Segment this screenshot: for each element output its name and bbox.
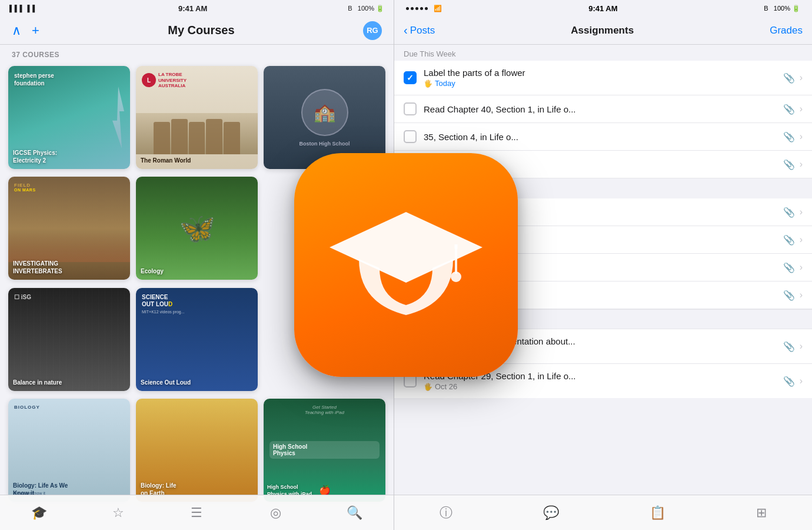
search-icon: 🔍 [347,505,362,521]
assignment-actions-label-flower: 📎 › [783,72,803,84]
course-card-field[interactable]: FIELD ON MARS INVESTIGATINGINVERTEBRATES [8,177,130,280]
attachment-icon-10: 📎 [783,376,795,387]
chevron-right-icon-10: › [800,376,803,386]
back-chevron-icon: ‹ [404,24,408,37]
assignment-content-section4: 35, Section 4, in Life o... [424,132,776,142]
attachment-icon-7: 📎 [783,262,795,273]
assignment-actions-pollen: 📎 › [783,262,803,273]
assignment-read-ch40[interactable]: Read Chapter 40, Section 1, in Life o...… [394,95,812,123]
chevron-right-icon-5: › [800,207,803,217]
chevron-right-icon-8: › [800,290,803,300]
browse-icon: ◎ [270,505,281,521]
chevron-right-icon-7: › [800,262,803,273]
right-battery: B 100% 🔋 [764,5,800,12]
checkbox-section4[interactable] [404,130,417,143]
attachment-icon-9: 📎 [783,341,795,352]
course-card-latrobe[interactable]: L LA TROBEUNIVERSITYAUSTRALIA The Roman … [136,66,258,169]
attachment-icon-5: 📎 [783,207,795,218]
svg-point-2 [451,271,461,282]
add-button[interactable]: + [32,23,39,38]
assignment-title-section4: 35, Section 4, in Life o... [424,132,776,142]
assignment-actions-predator: 📎 › [783,290,803,301]
course-label-isg: Balance in nature [13,379,125,386]
right-time: 9:41 AM [588,4,617,13]
assignment-meta-chapter29: 🖐 Oct 26 [424,382,776,391]
checkbox-read-ch40[interactable] [404,102,417,115]
assignment-title-label-flower: Label the parts of a flower [424,68,776,78]
attachment-icon-3: 📎 [783,131,795,143]
left-status-bar: ▌▌▌ ▌▌ 9:41 AM B 100% 🔋 [0,0,394,16]
courses-count: 37 COURSES [0,45,394,62]
hand-icon-ch29: 🖐 [424,383,432,391]
assignment-date-label-flower: Today [435,79,455,88]
attachment-icon-4: 📎 [783,159,795,170]
assignment-date-chapter29: Oct 26 [435,382,457,391]
attachment-icon: 📎 [783,72,795,84]
assignment-label-flower[interactable]: Label the parts of a flower 🖐 Today 📎 › [394,61,812,95]
courses-icon: 🎓 [31,505,47,521]
tab-grid[interactable]: ⊞ [756,505,767,521]
chevron-right-icon-2: › [800,104,803,114]
right-nav-bar: ‹ Posts Assignments Grades [394,16,812,45]
assignment-actions-section4: 📎 › [783,131,803,143]
dots-signal: 📶 [406,3,442,14]
chevron-right-icon-6: › [800,234,803,245]
tab-chat[interactable]: 💬 [543,505,559,521]
grades-button[interactable]: Grades [770,25,803,37]
course-card-biology-earth[interactable]: Biology: Lifeon Earth [136,399,258,502]
svg-marker-0 [330,212,482,283]
back-label: Posts [410,25,435,37]
assignment-actions-read-ch40: 📎 › [783,104,803,115]
course-card-science[interactable]: SCIENCEOUT LOUD MIT+K12 videos prog... S… [136,288,258,391]
assignments-title: Assignments [571,25,634,37]
left-nav-bar: ∧ + My Courses RG [0,16,394,45]
course-card-biology-life[interactable]: BIOLOGY life as we know it Biology: Life… [8,399,130,502]
tab-info[interactable]: ⓘ [440,504,452,522]
right-status-bar: 📶 9:41 AM B 100% 🔋 [394,0,812,16]
checkbox-label-flower[interactable] [404,71,417,84]
assignment-actions-chapter29: 📎 › [783,376,803,387]
chevron-right-icon-3: › [800,131,803,142]
left-tab-bar: 🎓 ☆ ☰ ◎ 🔍 [0,495,394,530]
assignment-title-read-ch40: Read Chapter 40, Section 1, in Life o... [424,104,776,114]
assignment-actions-collection: 📎 › [783,207,803,218]
tab-browse[interactable]: ◎ [258,505,293,521]
favorites-icon: ☆ [112,505,124,521]
course-label-science: Science Out Loud [141,379,253,386]
course-card-ecology[interactable]: 🦋 Ecology [136,177,258,280]
tab-list[interactable]: ☰ [179,505,214,521]
left-time: 9:41 AM [178,4,207,13]
tab-assignments-tab[interactable]: 📋 [650,505,665,521]
assignment-content-read-ch40: Read Chapter 40, Section 1, in Life o... [424,104,776,114]
nav-left-actions: ∧ + [12,23,39,38]
assignment-actions-know: 📎 › [783,159,803,170]
course-label-ecology: Ecology [141,267,253,275]
course-card-high-school-physics[interactable]: Get StartedTeaching with iPad High Schoo… [264,399,385,502]
attachment-icon-2: 📎 [783,104,795,115]
course-label-stephen: IGCSE Physics:Electricity 2 [13,149,125,164]
app-container: ▌▌▌ ▌▌ 9:41 AM B 100% 🔋 ∧ + My Courses R… [0,0,812,530]
tab-favorites[interactable]: ☆ [101,505,136,521]
avatar[interactable]: RG [363,21,382,40]
graduation-cap-icon [330,200,482,330]
course-label-field: INVESTIGATINGINVERTEBRATES [13,260,125,275]
left-battery: B 100% 🔋 [348,5,384,12]
assignment-section4[interactable]: 35, Section 4, in Life o... 📎 › [394,123,812,151]
chevron-right-icon-9: › [800,341,803,352]
list-icon: ☰ [191,505,202,521]
section-header-this-week: Due This Week [394,45,812,61]
back-to-posts[interactable]: ‹ Posts [404,24,435,37]
attachment-icon-6: 📎 [783,234,795,246]
signal-icon: ▌▌▌ ▌▌ [9,5,38,12]
tab-search[interactable]: 🔍 [337,505,372,521]
hand-icon: 🖐 [424,80,432,88]
course-card-isg[interactable]: ☐ iSG Balance in nature [8,288,130,391]
assignment-actions-keynote: 📎 › [783,341,803,352]
assignment-actions-ask-bio: 📎 › [783,234,803,246]
app-logo-overlay [294,153,518,377]
chevron-right-icon: › [800,72,803,83]
courses-title: My Courses [168,24,234,37]
course-card-stephen-perse[interactable]: stephen persefoundation IGCSE Physics:El… [8,66,130,169]
back-button[interactable]: ∧ [12,23,21,38]
tab-courses[interactable]: 🎓 [22,505,57,521]
